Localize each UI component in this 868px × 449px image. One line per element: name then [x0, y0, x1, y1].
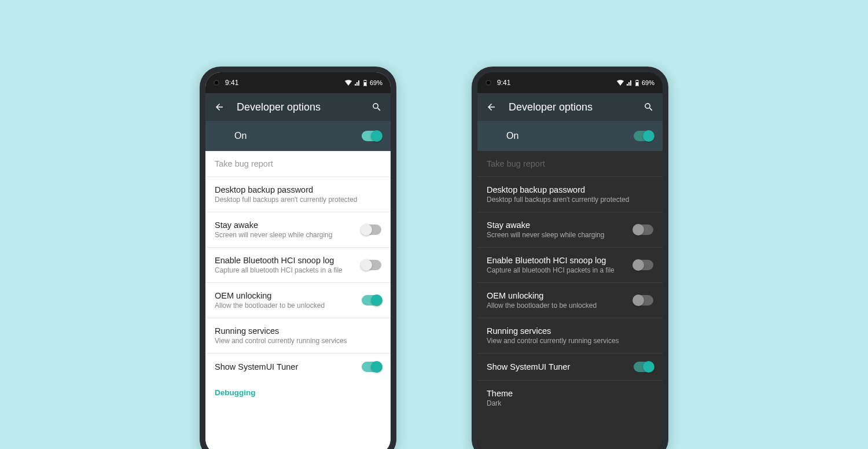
row-bug-report[interactable]: Take bug report — [477, 151, 663, 177]
row-subtitle: Screen will never sleep while charging — [487, 231, 627, 239]
oem-toggle[interactable] — [634, 295, 653, 306]
row-oem-unlocking[interactable]: OEM unlocking Allow the bootloader to be… — [477, 283, 663, 318]
row-desktop-backup[interactable]: Desktop backup password Desktop full bac… — [205, 177, 391, 212]
oem-toggle[interactable] — [362, 295, 381, 306]
row-title: Enable Bluetooth HCI snoop log — [215, 256, 355, 265]
row-bluetooth-hci[interactable]: Enable Bluetooth HCI snoop log Capture a… — [477, 248, 663, 283]
section-debugging: Debugging — [205, 380, 391, 399]
row-bluetooth-hci[interactable]: Enable Bluetooth HCI snoop log Capture a… — [205, 248, 391, 283]
back-icon[interactable] — [486, 101, 497, 113]
row-title: Desktop backup password — [487, 185, 653, 194]
search-icon[interactable] — [371, 101, 382, 113]
row-theme[interactable]: Theme Dark — [477, 381, 663, 415]
battery-icon — [363, 80, 367, 86]
phone-dark: 9:41 69% Developer options — [472, 67, 668, 449]
camera-cutout-icon — [486, 80, 491, 86]
row-title: Take bug report — [487, 159, 653, 168]
page-title: Developer options — [509, 101, 631, 113]
row-title: Take bug report — [215, 159, 381, 168]
row-title: Show SystemUI Tuner — [487, 362, 627, 371]
row-stay-awake[interactable]: Stay awake Screen will never sleep while… — [477, 212, 663, 248]
row-running-services[interactable]: Running services View and control curren… — [205, 318, 391, 354]
signal-icon — [355, 80, 361, 86]
svg-rect-1 — [365, 80, 366, 81]
row-title: Stay awake — [487, 220, 627, 230]
app-bar: Developer options — [477, 93, 663, 121]
row-title: OEM unlocking — [487, 291, 627, 300]
battery-percent: 69% — [642, 79, 654, 86]
tuner-toggle[interactable] — [362, 362, 381, 372]
svg-rect-2 — [364, 82, 366, 86]
hci-toggle[interactable] — [362, 260, 381, 270]
row-subtitle: View and control currently running servi… — [487, 337, 653, 345]
row-title: Show SystemUI Tuner — [215, 362, 355, 371]
search-icon[interactable] — [643, 101, 654, 113]
row-subtitle: Desktop full backups aren't currently pr… — [487, 196, 653, 204]
status-bar: 9:41 69% — [205, 72, 391, 93]
row-title: Running services — [215, 326, 381, 336]
status-time: 9:41 — [225, 79, 238, 87]
row-subtitle: Dark — [487, 399, 653, 407]
wifi-icon — [345, 80, 352, 86]
row-subtitle: Desktop full backups aren't currently pr… — [215, 196, 381, 204]
row-systemui-tuner[interactable]: Show SystemUI Tuner — [205, 354, 391, 380]
row-title: Desktop backup password — [215, 185, 381, 194]
row-bug-report[interactable]: Take bug report — [205, 151, 391, 177]
row-systemui-tuner[interactable]: Show SystemUI Tuner — [477, 354, 663, 381]
hci-toggle[interactable] — [634, 260, 653, 270]
row-subtitle: Allow the bootloader to be unlocked — [215, 301, 355, 310]
status-time: 9:41 — [497, 79, 510, 87]
stay-awake-toggle[interactable] — [634, 225, 653, 235]
row-subtitle: Capture all bluetooth HCI packets in a f… — [215, 266, 355, 274]
battery-icon — [635, 80, 639, 86]
row-subtitle: Capture all bluetooth HCI packets in a f… — [487, 266, 627, 274]
row-subtitle: View and control currently running servi… — [215, 337, 381, 345]
status-bar: 9:41 69% — [477, 72, 663, 93]
stay-awake-toggle[interactable] — [362, 225, 381, 235]
row-oem-unlocking[interactable]: OEM unlocking Allow the bootloader to be… — [205, 283, 391, 318]
row-running-services[interactable]: Running services View and control curren… — [477, 318, 663, 354]
svg-rect-4 — [637, 80, 638, 81]
row-title: Running services — [487, 326, 653, 336]
tuner-toggle[interactable] — [634, 362, 653, 372]
master-switch-row[interactable]: On — [477, 121, 663, 151]
row-title: Enable Bluetooth HCI snoop log — [487, 256, 627, 265]
phone-light: 9:41 69% Developer options — [200, 67, 396, 449]
page-title: Developer options — [237, 101, 359, 113]
row-title: OEM unlocking — [215, 291, 355, 300]
master-toggle[interactable] — [362, 131, 381, 141]
master-switch-label: On — [506, 131, 518, 141]
row-title: Theme — [487, 389, 653, 398]
app-bar: Developer options — [205, 93, 391, 121]
back-icon[interactable] — [214, 101, 225, 113]
master-switch-row[interactable]: On — [205, 121, 391, 151]
master-switch-label: On — [234, 131, 247, 141]
row-subtitle: Allow the bootloader to be unlocked — [487, 301, 627, 310]
wifi-icon — [617, 80, 624, 86]
row-desktop-backup[interactable]: Desktop backup password Desktop full bac… — [477, 177, 663, 212]
row-title: Stay awake — [215, 220, 355, 230]
row-stay-awake[interactable]: Stay awake Screen will never sleep while… — [205, 212, 391, 248]
master-toggle[interactable] — [634, 131, 653, 141]
battery-percent: 69% — [370, 79, 382, 86]
camera-cutout-icon — [214, 80, 219, 86]
svg-rect-5 — [636, 82, 638, 86]
signal-icon — [627, 80, 632, 86]
row-subtitle: Screen will never sleep while charging — [215, 231, 355, 239]
